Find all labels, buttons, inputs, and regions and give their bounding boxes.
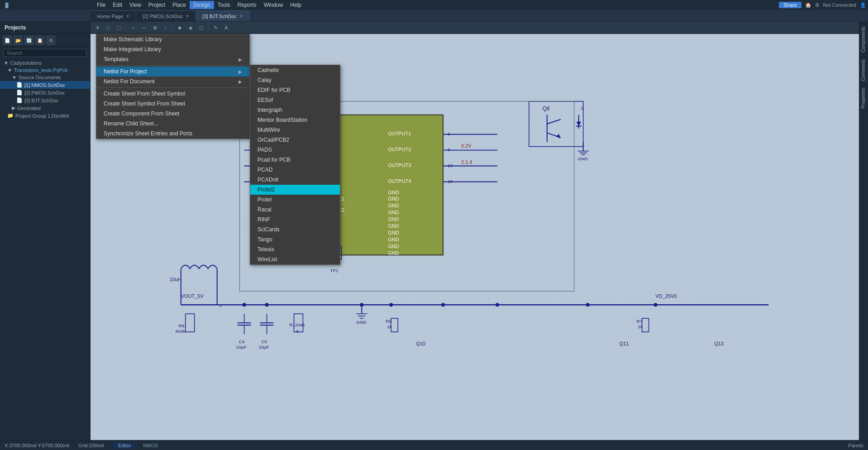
sub-wirelist[interactable]: WireList [250, 254, 340, 264]
svg-text:10µF: 10µF [259, 345, 269, 349]
svg-text:C4: C4 [239, 339, 245, 344]
create-sheet-from-symbol-item[interactable]: Create Sheet From Sheet Symbol [96, 89, 249, 99]
tool-up[interactable]: ↑ [161, 23, 171, 33]
sidebar-search-input[interactable] [4, 49, 86, 57]
tool-cross[interactable]: ✛ [92, 23, 102, 33]
tool-split[interactable]: ⬚ [114, 23, 124, 33]
nmos-tab[interactable]: NMOS [138, 442, 163, 449]
sub-calay[interactable]: Calay [250, 75, 340, 85]
tool-rect[interactable]: □ [103, 23, 113, 33]
rename-child-sheet-item[interactable]: Rename Child Sheet... [96, 119, 249, 129]
sub-eesof[interactable]: EESof [250, 95, 340, 105]
components-panel-tab[interactable]: Components [860, 24, 868, 55]
menu-project[interactable]: Project [145, 1, 169, 9]
sub-pcad[interactable]: PCAD [250, 165, 340, 175]
svg-text:2.1.4: 2.1.4 [461, 159, 472, 165]
tree-generated[interactable]: ▶ Generated [0, 104, 90, 112]
create-sheet-symbol-from-sheet-item[interactable]: Create Sheet Symbol From Sheet [96, 99, 249, 109]
tree-cadysolutions[interactable]: ▼ Cadysolutions [0, 59, 90, 67]
sync-sheet-entries-item[interactable]: Synchronize Sheet Entries and Ports [96, 129, 249, 139]
sidebar-settings-btn[interactable]: ⚙ [46, 36, 55, 45]
sub-intergraph[interactable]: Intergraph [250, 105, 340, 115]
sub-telesis[interactable]: Telesis [250, 244, 340, 254]
sub-tango[interactable]: Tango [250, 235, 340, 244]
sub-pcad-for-pcb[interactable]: Pcad for PCB [250, 155, 340, 165]
sub-racal[interactable]: Racal [250, 205, 340, 215]
tree-pmos[interactable]: 📄 [2] PMOS.SchDoc [0, 89, 90, 96]
tree-bjt[interactable]: 📄 [3] BJT.SchDoc [0, 96, 90, 104]
sub-protel[interactable]: Protel [250, 195, 340, 205]
netlist-document-item[interactable]: Netlist For Document ▶ [96, 77, 249, 86]
templates-item[interactable]: Templates ▶ [96, 54, 249, 64]
svg-text:OUTPUT4: OUTPUT4 [388, 178, 411, 184]
tool-pen[interactable]: ✎ [210, 23, 220, 33]
tree-project[interactable]: ▼ Transistors_tests.PrjPcb [0, 67, 90, 74]
home-icon[interactable]: 🏠 [805, 2, 811, 8]
tree-nmos[interactable]: 📄 [1] NMOS.SchDoc [0, 81, 90, 89]
settings-icon[interactable]: ⚙ [815, 2, 820, 8]
sidebar-new-btn[interactable]: 📄 [3, 36, 12, 45]
tab-home[interactable]: Home Page ✕ [91, 10, 136, 21]
tool-plus[interactable]: ⊕ [150, 23, 160, 33]
canvas-toolbar: ✛ □ ⬚ ↔ ─ ⊕ ↑ ■ ◈ ⬡ ✎ A [91, 22, 859, 34]
tree-pmos-icon: 📄 [16, 90, 23, 96]
menu-file[interactable]: File [93, 1, 109, 9]
sub-cadnetix[interactable]: Cadnetix [250, 65, 340, 75]
menu-view[interactable]: View [126, 1, 145, 9]
tool-arrow[interactable]: ↔ [128, 23, 138, 33]
statusbar-panels-btn[interactable]: Panels [848, 443, 863, 448]
make-integrated-lib-item[interactable]: Make Integrated Library [96, 44, 249, 54]
tab-pmos-close[interactable]: ✕ [186, 14, 189, 19]
menu-tools[interactable]: Tools [214, 1, 234, 9]
tree-source-docs[interactable]: ▼ Source Documents [0, 74, 90, 81]
sidebar-copy-btn[interactable]: 📋 [35, 36, 44, 45]
tool-text[interactable]: A [221, 23, 231, 33]
editor-tab[interactable]: Editor [113, 442, 137, 449]
tab-bjt[interactable]: [3] BJT.SchDoc ✕ [196, 10, 249, 21]
sub-scicards[interactable]: SciCards [250, 225, 340, 235]
tool-line[interactable]: ─ [139, 23, 149, 33]
sidebar: Projects 📄 📂 🔄 📋 ⚙ ▼ Cadysolutions ▼ Tra… [0, 22, 91, 440]
menu-edit[interactable]: Edit [109, 1, 126, 9]
share-button[interactable]: Share [779, 2, 801, 8]
properties-panel-tab[interactable]: Properties [860, 85, 868, 111]
sub-mentor[interactable]: Mentor BoardStation [250, 115, 340, 125]
grid-info: Grid:100mil [78, 443, 104, 448]
sub-orcad[interactable]: OrCad/PCB2 [250, 135, 340, 145]
sep3 [208, 24, 209, 31]
sidebar-tree: ▼ Cadysolutions ▼ Transistors_tests.PrjP… [0, 59, 90, 120]
tab-pmos[interactable]: [2] PMOS.SchDoc ✕ [136, 10, 196, 21]
user-icon[interactable]: 👤 [860, 2, 866, 8]
make-schematic-lib-item[interactable]: Make Schematic Library [96, 34, 249, 44]
netlist-project-item[interactable]: Netlist For Project ▶ [96, 67, 249, 77]
menu-window[interactable]: Window [260, 1, 287, 9]
create-component-from-sheet-item[interactable]: Create Component From Sheet [96, 109, 249, 119]
sub-protel2[interactable]: Protel2 [250, 185, 340, 195]
tool-hex[interactable]: ⬡ [196, 23, 206, 33]
tree-source-icon: ▼ [12, 75, 17, 80]
tab-bjt-close[interactable]: ✕ [239, 14, 243, 19]
menu-help[interactable]: Help [286, 1, 305, 9]
sub-rinf[interactable]: RINF [250, 215, 340, 225]
sub-pads[interactable]: PADS [250, 145, 340, 155]
connection-status: Not Connected [823, 2, 856, 8]
schematic-canvas[interactable]: U1 INPUT1 INPUT2 INPUT3 INPUT4 OUTPUT1 O… [91, 34, 859, 440]
tool-poly[interactable]: ◈ [186, 23, 196, 33]
svg-text:GND: GND [388, 244, 399, 249]
sub-multiwire[interactable]: MultiWire [250, 125, 340, 135]
sidebar-open-btn[interactable]: 📂 [14, 36, 23, 45]
comments-panel-tab[interactable]: Comments [860, 56, 868, 84]
tool-fill[interactable]: ■ [175, 23, 185, 33]
tab-home-close[interactable]: ✕ [126, 14, 129, 19]
netlist-project-submenu: Cadnetix Calay EDIF for PCB EESof Interg… [250, 65, 340, 265]
sub-pcadnlt[interactable]: PCADnlt [250, 175, 340, 185]
tree-project-group[interactable]: 📁 Project Group 1.DsnWrk [0, 112, 90, 120]
menu-reports[interactable]: Reports [234, 1, 260, 9]
sidebar-refresh-btn[interactable]: 🔄 [24, 36, 33, 45]
sub-edif[interactable]: EDIF for PCB [250, 85, 340, 95]
sidebar-search-container [0, 47, 90, 59]
svg-text:VD_25V0: VD_25V0 [656, 293, 677, 299]
menu-design[interactable]: Design [190, 1, 214, 9]
svg-text:R6: R6 [386, 319, 391, 324]
menu-place[interactable]: Place [169, 1, 190, 9]
